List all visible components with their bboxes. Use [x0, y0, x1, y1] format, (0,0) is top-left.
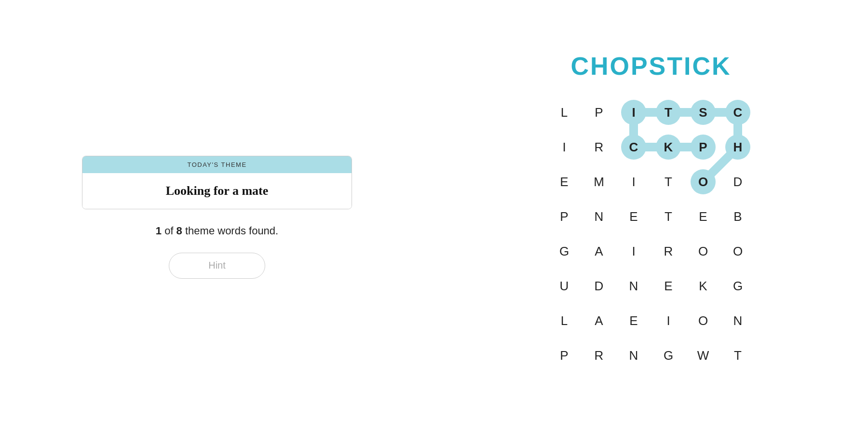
right-panel: CHOPSTICK LPITSCIRCKPHEMITODPNETEBGAIROO… [434, 42, 868, 392]
grid-cell[interactable]: L [547, 95, 582, 130]
grid-cell[interactable]: D [582, 269, 616, 303]
grid-cell[interactable]: A [582, 234, 616, 269]
grid-cell[interactable]: R [651, 234, 686, 269]
grid-cell[interactable]: E [616, 199, 651, 234]
grid-cell[interactable]: W [686, 338, 720, 373]
grid-cell[interactable]: E [616, 303, 651, 338]
highlighted-cell[interactable]: C [621, 135, 646, 160]
words-found-count: 1 [156, 225, 162, 237]
grid-cell[interactable]: I [616, 164, 651, 199]
grid-cell[interactable]: U [547, 269, 582, 303]
grid-cell[interactable]: D [720, 164, 755, 199]
words-found-label: theme words found. [185, 225, 278, 237]
grid-cell[interactable]: O [686, 164, 720, 199]
grid-cell[interactable]: C [720, 95, 755, 130]
hint-button[interactable]: Hint [169, 253, 265, 279]
grid-cell[interactable]: R [582, 338, 616, 373]
grid-cell[interactable]: G [547, 234, 582, 269]
grid-cell[interactable]: I [651, 303, 686, 338]
puzzle-grid: LPITSCIRCKPHEMITODPNETEBGAIROOUDNEKGLAEI… [547, 95, 755, 373]
grid-cell[interactable]: K [651, 130, 686, 164]
grid-cell[interactable]: R [582, 130, 616, 164]
grid-cell[interactable]: P [582, 95, 616, 130]
words-found-total: 8 [176, 225, 182, 237]
highlighted-cell[interactable]: I [621, 100, 646, 125]
grid-cell[interactable]: E [547, 164, 582, 199]
words-found-text: 1 of 8 theme words found. [156, 225, 278, 237]
highlighted-cell[interactable]: O [691, 169, 716, 194]
grid-cell[interactable]: N [720, 303, 755, 338]
grid-cell[interactable]: C [616, 130, 651, 164]
grid-container: LPITSCIRCKPHEMITODPNETEBGAIROOUDNEKGLAEI… [547, 95, 755, 373]
grid-cell[interactable]: O [720, 234, 755, 269]
grid-cell[interactable]: T [651, 199, 686, 234]
highlighted-cell[interactable]: S [691, 100, 716, 125]
grid-cell[interactable]: I [616, 95, 651, 130]
grid-cell[interactable]: E [651, 269, 686, 303]
grid-cell[interactable]: P [686, 130, 720, 164]
theme-header-label: TODAY'S THEME [82, 156, 352, 173]
grid-cell[interactable]: G [651, 338, 686, 373]
words-found-of: of [164, 225, 176, 237]
left-panel: TODAY'S THEME Looking for a mate 1 of 8 … [0, 136, 434, 298]
grid-cell[interactable]: O [686, 303, 720, 338]
grid-cell[interactable]: K [686, 269, 720, 303]
puzzle-title: CHOPSTICK [570, 52, 731, 81]
highlighted-cell[interactable]: T [656, 100, 681, 125]
grid-cell[interactable]: L [547, 303, 582, 338]
highlighted-cell[interactable]: H [725, 135, 750, 160]
grid-cell[interactable]: N [616, 338, 651, 373]
grid-cell[interactable]: P [547, 199, 582, 234]
theme-box: TODAY'S THEME Looking for a mate [82, 156, 352, 209]
grid-cell[interactable]: E [686, 199, 720, 234]
grid-cell[interactable]: G [720, 269, 755, 303]
grid-cell[interactable]: I [547, 130, 582, 164]
grid-cell[interactable]: I [616, 234, 651, 269]
highlighted-cell[interactable]: C [725, 100, 750, 125]
grid-cell[interactable]: T [651, 164, 686, 199]
highlighted-cell[interactable]: K [656, 135, 681, 160]
grid-cell[interactable]: H [720, 130, 755, 164]
grid-cell[interactable]: T [651, 95, 686, 130]
grid-cell[interactable]: T [720, 338, 755, 373]
grid-cell[interactable]: N [616, 269, 651, 303]
grid-cell[interactable]: B [720, 199, 755, 234]
grid-cell[interactable]: P [547, 338, 582, 373]
theme-text: Looking for a mate [82, 173, 352, 209]
grid-cell[interactable]: S [686, 95, 720, 130]
grid-cell[interactable]: N [582, 199, 616, 234]
grid-cell[interactable]: A [582, 303, 616, 338]
grid-cell[interactable]: M [582, 164, 616, 199]
grid-cell[interactable]: O [686, 234, 720, 269]
main-container: TODAY'S THEME Looking for a mate 1 of 8 … [0, 0, 868, 434]
highlighted-cell[interactable]: P [691, 135, 716, 160]
